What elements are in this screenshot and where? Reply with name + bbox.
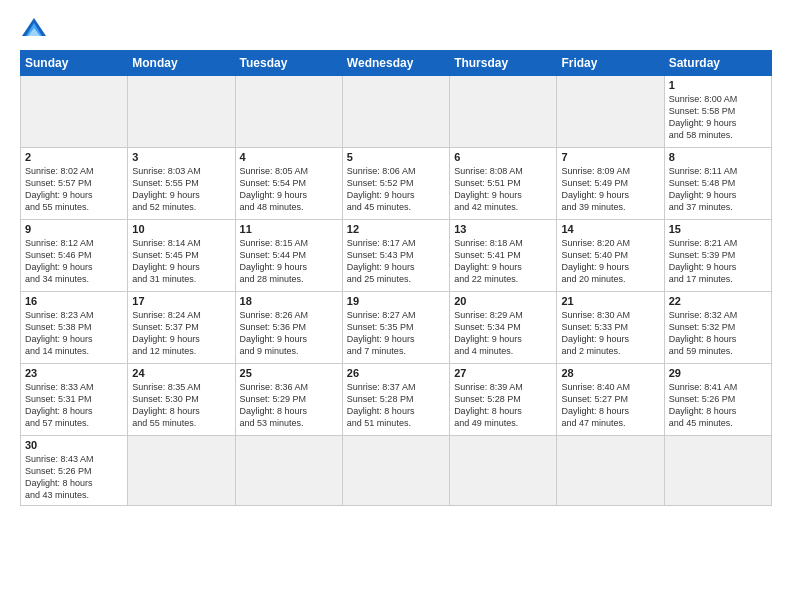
calendar-cell [128,76,235,148]
calendar-cell: 11Sunrise: 8:15 AM Sunset: 5:44 PM Dayli… [235,220,342,292]
day-info: Sunrise: 8:33 AM Sunset: 5:31 PM Dayligh… [25,381,123,430]
day-info: Sunrise: 8:05 AM Sunset: 5:54 PM Dayligh… [240,165,338,214]
calendar-week-0: 1Sunrise: 8:00 AM Sunset: 5:58 PM Daylig… [21,76,772,148]
day-info: Sunrise: 8:15 AM Sunset: 5:44 PM Dayligh… [240,237,338,286]
calendar-cell: 25Sunrise: 8:36 AM Sunset: 5:29 PM Dayli… [235,364,342,436]
calendar-cell [450,436,557,506]
logo [20,16,52,40]
calendar-cell: 26Sunrise: 8:37 AM Sunset: 5:28 PM Dayli… [342,364,449,436]
day-number: 26 [347,367,445,379]
day-info: Sunrise: 8:14 AM Sunset: 5:45 PM Dayligh… [132,237,230,286]
day-number: 28 [561,367,659,379]
day-info: Sunrise: 8:30 AM Sunset: 5:33 PM Dayligh… [561,309,659,358]
calendar-cell: 18Sunrise: 8:26 AM Sunset: 5:36 PM Dayli… [235,292,342,364]
day-number: 12 [347,223,445,235]
day-info: Sunrise: 8:20 AM Sunset: 5:40 PM Dayligh… [561,237,659,286]
calendar-cell [450,76,557,148]
day-info: Sunrise: 8:08 AM Sunset: 5:51 PM Dayligh… [454,165,552,214]
day-info: Sunrise: 8:36 AM Sunset: 5:29 PM Dayligh… [240,381,338,430]
day-info: Sunrise: 8:37 AM Sunset: 5:28 PM Dayligh… [347,381,445,430]
day-info: Sunrise: 8:27 AM Sunset: 5:35 PM Dayligh… [347,309,445,358]
day-info: Sunrise: 8:43 AM Sunset: 5:26 PM Dayligh… [25,453,123,502]
calendar-cell [21,76,128,148]
calendar-cell: 9Sunrise: 8:12 AM Sunset: 5:46 PM Daylig… [21,220,128,292]
day-info: Sunrise: 8:41 AM Sunset: 5:26 PM Dayligh… [669,381,767,430]
day-info: Sunrise: 8:26 AM Sunset: 5:36 PM Dayligh… [240,309,338,358]
calendar-cell: 14Sunrise: 8:20 AM Sunset: 5:40 PM Dayli… [557,220,664,292]
day-info: Sunrise: 8:32 AM Sunset: 5:32 PM Dayligh… [669,309,767,358]
calendar-cell: 2Sunrise: 8:02 AM Sunset: 5:57 PM Daylig… [21,148,128,220]
calendar-cell [235,436,342,506]
calendar-cell: 1Sunrise: 8:00 AM Sunset: 5:58 PM Daylig… [664,76,771,148]
calendar-cell: 21Sunrise: 8:30 AM Sunset: 5:33 PM Dayli… [557,292,664,364]
calendar-cell [342,76,449,148]
day-number: 14 [561,223,659,235]
day-number: 9 [25,223,123,235]
calendar-cell: 6Sunrise: 8:08 AM Sunset: 5:51 PM Daylig… [450,148,557,220]
calendar-cell: 29Sunrise: 8:41 AM Sunset: 5:26 PM Dayli… [664,364,771,436]
day-number: 25 [240,367,338,379]
day-number: 10 [132,223,230,235]
weekday-monday: Monday [128,51,235,76]
calendar-week-1: 2Sunrise: 8:02 AM Sunset: 5:57 PM Daylig… [21,148,772,220]
weekday-wednesday: Wednesday [342,51,449,76]
day-number: 16 [25,295,123,307]
calendar-cell: 16Sunrise: 8:23 AM Sunset: 5:38 PM Dayli… [21,292,128,364]
weekday-tuesday: Tuesday [235,51,342,76]
calendar-cell: 15Sunrise: 8:21 AM Sunset: 5:39 PM Dayli… [664,220,771,292]
calendar-cell: 12Sunrise: 8:17 AM Sunset: 5:43 PM Dayli… [342,220,449,292]
day-number: 29 [669,367,767,379]
weekday-sunday: Sunday [21,51,128,76]
day-number: 17 [132,295,230,307]
day-info: Sunrise: 8:03 AM Sunset: 5:55 PM Dayligh… [132,165,230,214]
day-info: Sunrise: 8:02 AM Sunset: 5:57 PM Dayligh… [25,165,123,214]
day-number: 13 [454,223,552,235]
calendar-cell [557,436,664,506]
day-number: 22 [669,295,767,307]
calendar-cell: 4Sunrise: 8:05 AM Sunset: 5:54 PM Daylig… [235,148,342,220]
calendar-cell: 17Sunrise: 8:24 AM Sunset: 5:37 PM Dayli… [128,292,235,364]
day-number: 8 [669,151,767,163]
calendar-week-2: 9Sunrise: 8:12 AM Sunset: 5:46 PM Daylig… [21,220,772,292]
calendar-cell [128,436,235,506]
day-number: 21 [561,295,659,307]
day-number: 1 [669,79,767,91]
day-number: 4 [240,151,338,163]
day-number: 3 [132,151,230,163]
calendar-cell: 28Sunrise: 8:40 AM Sunset: 5:27 PM Dayli… [557,364,664,436]
calendar-cell: 30Sunrise: 8:43 AM Sunset: 5:26 PM Dayli… [21,436,128,506]
calendar-cell: 5Sunrise: 8:06 AM Sunset: 5:52 PM Daylig… [342,148,449,220]
day-info: Sunrise: 8:40 AM Sunset: 5:27 PM Dayligh… [561,381,659,430]
day-info: Sunrise: 8:35 AM Sunset: 5:30 PM Dayligh… [132,381,230,430]
weekday-friday: Friday [557,51,664,76]
calendar-week-4: 23Sunrise: 8:33 AM Sunset: 5:31 PM Dayli… [21,364,772,436]
day-number: 5 [347,151,445,163]
weekday-saturday: Saturday [664,51,771,76]
calendar-week-3: 16Sunrise: 8:23 AM Sunset: 5:38 PM Dayli… [21,292,772,364]
calendar-cell [664,436,771,506]
day-number: 7 [561,151,659,163]
day-number: 23 [25,367,123,379]
calendar-table: SundayMondayTuesdayWednesdayThursdayFrid… [20,50,772,506]
day-info: Sunrise: 8:12 AM Sunset: 5:46 PM Dayligh… [25,237,123,286]
calendar-cell: 24Sunrise: 8:35 AM Sunset: 5:30 PM Dayli… [128,364,235,436]
calendar-cell: 27Sunrise: 8:39 AM Sunset: 5:28 PM Dayli… [450,364,557,436]
day-number: 6 [454,151,552,163]
day-info: Sunrise: 8:06 AM Sunset: 5:52 PM Dayligh… [347,165,445,214]
day-info: Sunrise: 8:23 AM Sunset: 5:38 PM Dayligh… [25,309,123,358]
calendar-cell: 20Sunrise: 8:29 AM Sunset: 5:34 PM Dayli… [450,292,557,364]
calendar-cell: 22Sunrise: 8:32 AM Sunset: 5:32 PM Dayli… [664,292,771,364]
calendar-cell: 13Sunrise: 8:18 AM Sunset: 5:41 PM Dayli… [450,220,557,292]
weekday-header-row: SundayMondayTuesdayWednesdayThursdayFrid… [21,51,772,76]
day-info: Sunrise: 8:00 AM Sunset: 5:58 PM Dayligh… [669,93,767,142]
day-info: Sunrise: 8:29 AM Sunset: 5:34 PM Dayligh… [454,309,552,358]
page: SundayMondayTuesdayWednesdayThursdayFrid… [0,0,792,612]
day-number: 18 [240,295,338,307]
calendar-cell: 10Sunrise: 8:14 AM Sunset: 5:45 PM Dayli… [128,220,235,292]
calendar-cell: 8Sunrise: 8:11 AM Sunset: 5:48 PM Daylig… [664,148,771,220]
day-info: Sunrise: 8:21 AM Sunset: 5:39 PM Dayligh… [669,237,767,286]
day-number: 24 [132,367,230,379]
day-info: Sunrise: 8:17 AM Sunset: 5:43 PM Dayligh… [347,237,445,286]
calendar-cell: 7Sunrise: 8:09 AM Sunset: 5:49 PM Daylig… [557,148,664,220]
calendar-cell [557,76,664,148]
